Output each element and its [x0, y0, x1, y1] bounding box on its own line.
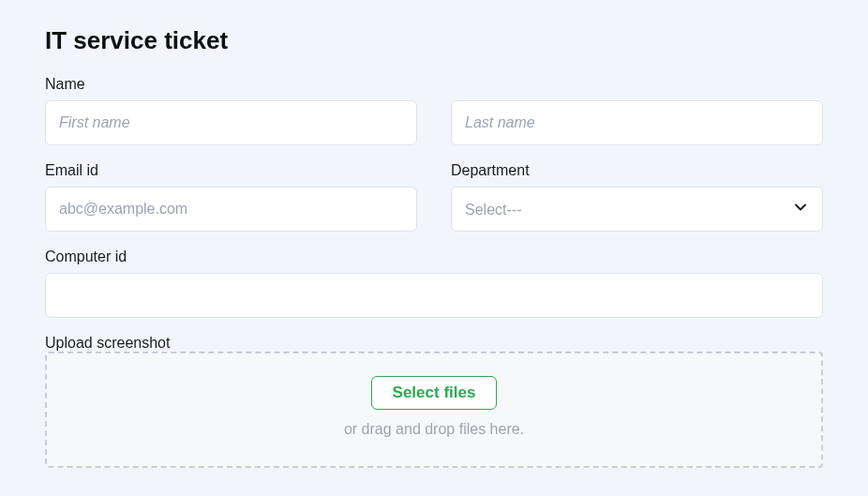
computer-id-input[interactable]: [45, 273, 823, 318]
computer-id-label: Computer id: [45, 248, 823, 265]
select-files-button[interactable]: Select files: [371, 376, 498, 410]
department-select[interactable]: Select---: [451, 187, 823, 232]
dropzone-hint: or drag and drop files here.: [344, 421, 524, 438]
email-label: Email id: [45, 162, 417, 179]
last-name-input[interactable]: [451, 100, 823, 145]
upload-label: Upload screenshot: [45, 335, 170, 351]
page-title: IT service ticket: [45, 26, 823, 55]
name-label: Name: [45, 76, 823, 93]
upload-dropzone[interactable]: Select files or drag and drop files here…: [45, 352, 823, 468]
email-field[interactable]: [45, 187, 417, 232]
first-name-input[interactable]: [45, 100, 417, 145]
department-label: Department: [451, 162, 823, 179]
